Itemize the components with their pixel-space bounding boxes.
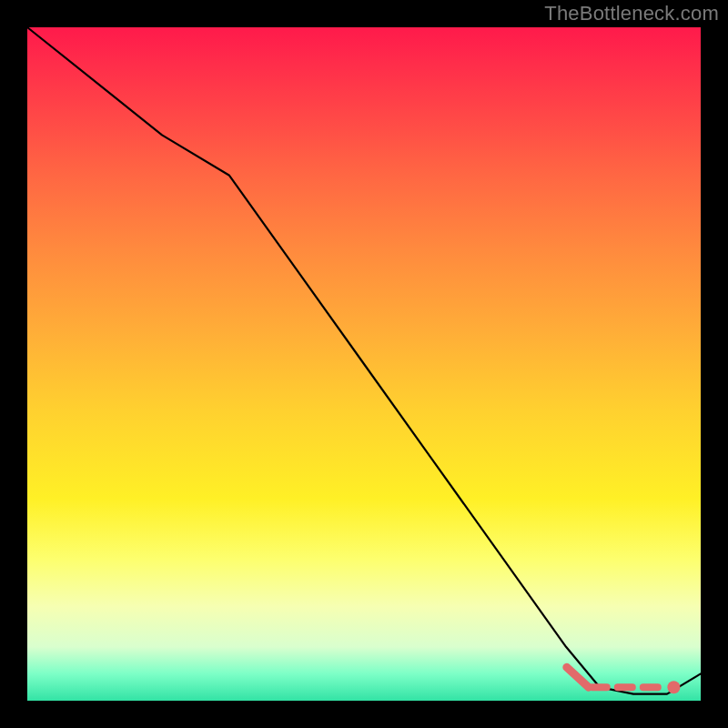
watermark-text: TheBottleneck.com <box>544 2 719 25</box>
bottleneck-curve-line <box>27 27 701 694</box>
optimal-point-dot <box>667 681 680 693</box>
optimal-range-marker <box>567 667 681 693</box>
chart-frame: TheBottleneck.com <box>0 0 728 728</box>
chart-overlay-svg <box>27 27 701 701</box>
